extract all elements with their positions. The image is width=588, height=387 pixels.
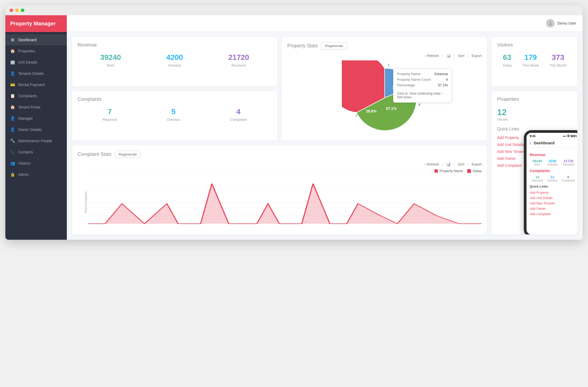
phone-link-2[interactable]: Add Unit Details — [530, 195, 577, 201]
phone-link-5[interactable]: Add Complaint — [530, 211, 577, 217]
sidebar-item-tenants[interactable]: 👤 Tenants Details › — [5, 68, 67, 79]
svg-text:4: 4 — [418, 103, 420, 107]
phone-reported-val: 12 — [532, 175, 543, 179]
complaint-export[interactable]: Export — [471, 162, 482, 166]
y-axis-label: Total Complaints — [84, 191, 87, 213]
week-label: This Week — [523, 63, 539, 67]
phone-signal: ▪▪▪ ⦿ WiFi — [563, 134, 577, 138]
visitors-title: Visitors — [497, 42, 572, 48]
sidebar-item-label: Contacts — [18, 150, 33, 154]
minimize-button[interactable] — [15, 9, 19, 12]
chevron-icon: › — [61, 173, 62, 176]
refresh-control[interactable]: › Refresh — [425, 54, 439, 58]
properties-label: Vacant — [497, 117, 572, 121]
maximize-button[interactable] — [21, 9, 24, 12]
month-label: This Month — [550, 63, 567, 67]
reported-value: 7 — [102, 107, 117, 116]
property-stats-title: Property Stats — [287, 43, 318, 49]
chart-bar-icon[interactable]: 📊 — [446, 162, 451, 166]
phone-received: 21720 Received — [563, 159, 574, 166]
regenerate-button[interactable]: Regenerate — [321, 42, 347, 49]
sidebar-item-contacts[interactable]: 📞 Contacts › — [5, 146, 67, 158]
visitors-stats: 63 Today 179 This Week 373 This Month — [497, 53, 572, 67]
export-control[interactable]: Export — [471, 54, 482, 58]
complaint-chart-controls: › Refresh | 📊 | Sort | Export — [78, 162, 482, 166]
sidebar-item-dashboard[interactable]: ⊞ Dashboard — [5, 34, 67, 45]
sidebar-item-maintenance[interactable]: 🔧 Maintenance People › — [5, 135, 67, 146]
chevron-icon: › — [61, 72, 62, 75]
phone-link-1[interactable]: Add Property — [530, 190, 577, 195]
phone-received-val: 21720 — [563, 159, 574, 163]
today-stat: 63 Today — [502, 53, 512, 67]
phone-content: Revenue 39240 Rent 4200 Overdue — [527, 148, 577, 219]
revenue-card: Revenue 39240 Rent 4200 Overdue 21720 Re — [72, 37, 277, 86]
sidebar-item-unit-details[interactable]: 🏢 Unit Details › — [5, 57, 67, 68]
visitors-icon: 👥 — [10, 161, 15, 166]
dashboard-grid: Revenue 39240 Rent 4200 Overdue 21720 Re — [67, 32, 583, 240]
visitors-card: Visitors 63 Today 179 This Week 373 This — [492, 37, 577, 86]
sidebar-nav: ⊞ Dashboard 🏠 Properties › 🏢 Unit Detail… — [5, 32, 67, 240]
properties-count: 12 — [497, 107, 572, 117]
sidebar-item-rental[interactable]: 💳 Rental Payment › — [5, 79, 67, 90]
sidebar-item-label: Dashboard — [18, 38, 37, 42]
sidebar-item-tenant-portal[interactable]: 🏠 Tenant Portal › — [5, 102, 67, 113]
avatar — [546, 19, 555, 28]
phone-complaints-title: Complaints — [530, 169, 577, 173]
overdue-value: 4200 — [166, 53, 183, 62]
phone-back-button[interactable]: ‹ — [530, 140, 532, 146]
sort-control[interactable]: Sort — [458, 54, 464, 58]
user-name: Demo User — [557, 21, 576, 25]
phone-comp-overdue: 12 Overdue — [547, 175, 557, 182]
phone-nav-title: Dashboard — [534, 141, 555, 145]
owner-icon: 👤 — [10, 127, 15, 132]
today-value: 63 — [502, 53, 512, 62]
title-bar — [5, 5, 583, 15]
overdue-stat: 4200 Overdue — [166, 53, 183, 67]
svg-text:57.1%: 57.1% — [386, 106, 397, 111]
chart-legend: Property Name Safaa — [78, 169, 482, 173]
complaints-icon: 📋 — [10, 94, 15, 98]
sidebar-item-complaints[interactable]: 📋 Complaints › — [5, 90, 67, 102]
comp-overdue-label: Overdue — [167, 118, 180, 122]
complaint-sort[interactable]: Sort — [458, 162, 464, 166]
sidebar-item-admin[interactable]: 🔒 Admin › — [5, 169, 67, 180]
sidebar-item-properties[interactable]: 🏠 Properties › — [5, 45, 67, 57]
phone-link-4[interactable]: Add Owner — [530, 206, 577, 211]
sidebar-item-owner[interactable]: 👤 Owner Details › — [5, 124, 67, 135]
today-label: Today — [502, 63, 512, 67]
revenue-title: Revenue — [78, 42, 272, 48]
legend-safaa: Safaa — [467, 169, 482, 173]
sidebar-item-label: Owner Details — [18, 127, 42, 132]
rent-value: 39240 — [100, 53, 121, 62]
maintenance-icon: 🔧 — [10, 138, 15, 143]
sidebar-item-label: Properties — [18, 49, 35, 53]
week-value: 179 — [523, 53, 539, 62]
legend-property: Property Name — [434, 169, 463, 173]
received-value: 21720 — [228, 53, 249, 62]
phone-completed-val: 8 — [562, 175, 575, 179]
chevron-icon: › — [61, 150, 62, 154]
phone-comp-overdue-val: 12 — [547, 175, 557, 179]
complaint-regenerate-button[interactable]: Regenerate — [115, 151, 141, 158]
complaints-stats: 7 Reported 5 Overdue 4 Completed — [78, 107, 272, 122]
sidebar-item-visitors[interactable]: 👥 Visitors › — [5, 158, 67, 169]
complaint-refresh[interactable]: › Refresh — [425, 162, 439, 166]
topbar: Demo User — [67, 15, 583, 32]
sidebar: Property Manager ⊞ Dashboard 🏠 Propertie… — [5, 15, 67, 240]
tooltip-drilldown[interactable]: Click to: View Underlying Data / Drill D… — [397, 89, 448, 99]
completed-label: Completed — [230, 118, 247, 122]
phone-link-3[interactable]: Add New Tenants — [530, 201, 577, 206]
tooltip-prop-key: Property Name: — [397, 72, 421, 76]
sidebar-item-label: Rental Payment — [18, 83, 45, 87]
app-window: Property Manager ⊞ Dashboard 🏠 Propertie… — [5, 5, 583, 240]
chevron-icon: › — [61, 61, 62, 64]
chart-icon[interactable]: 📊 — [446, 54, 451, 58]
sidebar-item-manager[interactable]: 👤 Manager › — [5, 113, 67, 124]
phone-quick-links-title: Quick Links — [530, 185, 577, 188]
phone-status-bar: 9:41 ▪▪▪ ⦿ WiFi — [527, 133, 577, 138]
close-button[interactable] — [10, 9, 13, 12]
comp-overdue-stat: 5 Overdue — [167, 107, 180, 122]
tooltip-count-key: Property Name Count: — [397, 78, 432, 82]
sidebar-item-label: Tenant Portal — [18, 105, 40, 109]
admin-icon: 🔒 — [10, 172, 15, 177]
